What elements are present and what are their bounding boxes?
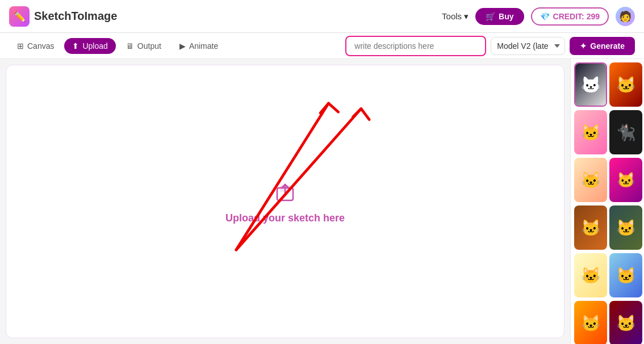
tab-output[interactable]: 🖥 Output [118,38,169,54]
logo-area: ✏️ SketchToImage [9,6,117,27]
svg-line-1 [236,103,329,250]
buy-button[interactable]: 🛒 Buy [475,8,524,25]
upload-text: Upload your sketch here [225,212,345,224]
desc-input-wrapper [345,36,486,56]
style-row-5: Cute Sticker Funko Pop [574,253,641,297]
logo-to: To [72,10,85,22]
upload-icon-area: Upload your sketch here [225,179,345,224]
canvas-area[interactable]: Upload your sketch here [6,65,564,338]
tools-label: Tools [442,11,462,21]
style-thumb-anime [574,110,607,154]
upload-label: Upload [82,41,107,51]
style-card-needle-felted[interactable]: Needle Felted [609,158,642,202]
style-row-1: Hyper Realistic Digital Art [574,62,641,107]
style-thumb-sticker [574,253,607,297]
toolbar-left: ⊞ Canvas ⬆ Upload 🖥 Output ▶ Animate [9,38,226,54]
cart-icon: 🛒 [486,12,495,21]
credit-label: CREDIT: 299 [553,12,600,21]
style-thumb-hyper [575,64,606,106]
tools-button[interactable]: Tools ▾ [442,11,469,22]
sparkle-icon: ✦ [580,41,587,51]
topbar: ✏️ SketchToImage Tools ▾ 🛒 Buy 💎 CREDIT:… [0,0,644,33]
generate-label: Generate [590,41,625,51]
canvas-label: Canvas [27,41,54,51]
logo-icon: ✏️ [9,6,30,27]
main-content: Upload your sketch here Hyper Realistic … [0,59,644,344]
style-card-funko-pop[interactable]: Funko Pop [609,253,642,297]
animate-label: Animate [189,41,218,51]
style-card-studio-ghibli[interactable]: Studio Ghibli [609,110,642,154]
toolbar: ⊞ Canvas ⬆ Upload 🖥 Output ▶ Animate Mod… [0,33,644,59]
style-thumb-3d [574,205,607,250]
style-thumb-needle [609,158,642,202]
style-row-2: Anime Portrait Studio Ghibli [574,110,641,154]
upload-icon: ⬆ [72,41,79,51]
style-thumb-stuffed [574,158,607,202]
generate-button[interactable]: ✦ Generate [570,37,635,55]
output-label: Output [137,41,161,51]
style-card-anime-portrait[interactable]: Anime Portrait [574,110,607,154]
style-row-4: 3D Object Retro Comic [574,205,641,250]
animate-icon: ▶ [179,41,186,51]
tab-upload[interactable]: ⬆ Upload [64,38,115,54]
style-card-3d-object[interactable]: 3D Object [574,205,607,250]
topbar-right: Tools ▾ 🛒 Buy 💎 CREDIT: 299 🧑 [442,7,635,26]
logo-sketch: Sketch [34,10,72,22]
tab-canvas[interactable]: ⊞ Canvas [9,38,62,54]
style-card-hyper-realistic[interactable]: Hyper Realistic [574,62,607,107]
model-select[interactable]: Model V2 (late Model V1 Model V3 [491,37,565,55]
style-thumb-retro [609,205,642,250]
style-thumb-rendered [609,301,642,344]
logo-image: Image [85,10,118,22]
style-thumb-digital [609,62,642,107]
canvas-icon: ⊞ [17,41,24,51]
style-thumb-ghibli [609,110,642,154]
gem-icon: 💎 [540,12,550,21]
tab-animate[interactable]: ▶ Animate [172,38,226,54]
desc-input[interactable] [348,38,484,54]
style-row-6: Low Poly Rendered Object [574,301,641,344]
style-card-digital-art[interactable]: Digital Art [609,62,642,107]
toolbar-right: Model V2 (late Model V1 Model V3 ✦ Gener… [345,36,635,56]
style-card-low-poly[interactable]: Low Poly [574,301,607,344]
style-card-cute-sticker[interactable]: Cute Sticker [574,253,607,297]
style-thumb-funko [609,253,642,297]
upload-sketch-icon [274,179,296,207]
credit-button[interactable]: 💎 CREDIT: 299 [531,7,609,26]
style-thumb-lowpoly [574,301,607,344]
style-row-3: Stuffed Animal Needle Felted [574,158,641,202]
buy-label: Buy [499,12,513,21]
style-card-retro-comic[interactable]: Retro Comic [609,205,642,250]
style-label-hyper: Hyper Realistic [575,106,606,107]
style-card-rendered-object[interactable]: Rendered Object [609,301,642,344]
output-icon: 🖥 [126,41,134,51]
avatar[interactable]: 🧑 [616,7,635,26]
right-panel: Hyper Realistic Digital Art Anime Portra… [570,59,644,344]
style-card-stuffed-animal[interactable]: Stuffed Animal [574,158,607,202]
tools-chevron-icon: ▾ [464,11,469,22]
logo-text: SketchToImage [34,10,117,23]
